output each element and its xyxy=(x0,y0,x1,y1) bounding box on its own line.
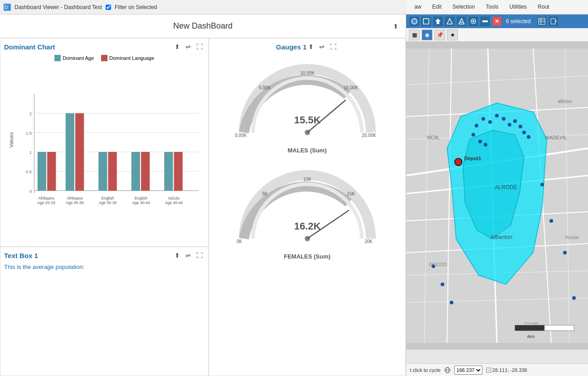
bar-age-1 xyxy=(38,152,46,190)
map-bottom-bar: t click to cycle 166 237 28.111; -26.336 xyxy=(406,363,588,376)
globe-icon xyxy=(444,367,451,373)
svg-text:15K: 15K xyxy=(347,191,355,196)
google-watermark: ©Google xyxy=(524,321,539,325)
map-select-icon-1[interactable] xyxy=(410,17,419,26)
dominant-chart-export-button[interactable]: ⬆ xyxy=(173,42,182,51)
map-tab-rout[interactable]: Rout xyxy=(533,2,554,13)
app-title: Dashboard Viewer - Dashboard Test xyxy=(15,4,102,10)
map-tab-edit[interactable]: Edit xyxy=(428,2,446,13)
data-point xyxy=(475,124,478,127)
svg-text:1: 1 xyxy=(29,150,32,155)
legend-label-age: Dominant Age xyxy=(63,55,94,61)
svg-text:5K: 5K xyxy=(262,191,267,196)
dashboard-title: New DashBoard xyxy=(173,21,233,31)
area-label-indood: INDOOD xyxy=(429,262,447,267)
svg-text:0: 0 xyxy=(29,189,32,194)
svg-text:20.00K: 20.00K xyxy=(362,133,376,138)
dashboard-export-button[interactable]: ⬆ xyxy=(391,22,400,31)
svg-text:16.2K: 16.2K xyxy=(294,220,321,232)
gauges-header: Gauges 1 ⬆ ⇌ ⛶ xyxy=(276,42,339,51)
dominant-chart-filter-button[interactable]: ⇌ xyxy=(184,42,193,51)
svg-text:Age 40-44: Age 40-44 xyxy=(132,200,150,205)
data-point xyxy=(471,133,475,137)
gauges-title: Gauges 1 xyxy=(276,43,307,51)
text-box-export-button[interactable]: ⬆ xyxy=(173,251,182,260)
data-point xyxy=(441,283,444,286)
svg-marker-44 xyxy=(459,19,464,24)
map-select-icon-2[interactable] xyxy=(422,17,431,26)
data-point xyxy=(540,183,544,186)
gauges-export-button[interactable]: ⬆ xyxy=(306,42,316,51)
map-select-icon-4[interactable] xyxy=(445,17,454,26)
bar-lang-4 xyxy=(141,152,150,190)
legend-item-language: Dominant Language xyxy=(101,55,154,61)
map-panel-grid-icon[interactable]: ▦ xyxy=(409,29,420,40)
area-label-alrode: ALRODE xyxy=(495,184,517,190)
dashboard-header-actions: ⬆ xyxy=(391,22,400,31)
area-label-mcal: MCAL xyxy=(427,135,440,140)
bar-lang-5 xyxy=(174,152,183,190)
svg-text:Values: Values xyxy=(8,132,14,148)
depot-marker xyxy=(455,158,462,166)
filter-label: Filter on Selected xyxy=(115,4,157,10)
zoom-select[interactable]: 166 237 xyxy=(454,366,482,375)
area-label-wadevil: WADEVIL xyxy=(544,135,567,140)
data-point xyxy=(572,296,576,300)
data-point xyxy=(563,251,567,254)
map-panel-layers-icon[interactable]: ◉ xyxy=(422,29,432,40)
selection-count: 6 selected xyxy=(506,18,531,24)
text-box-expand-button[interactable]: ⛶ xyxy=(194,251,204,260)
svg-text:Afrikaans: Afrikaans xyxy=(38,196,54,200)
text-box-filter-button[interactable]: ⇌ xyxy=(184,251,193,260)
gauges-expand-button[interactable]: ⛶ xyxy=(328,42,338,51)
gauge-males-container: 0.00K 5.00K 10.00K 15.00K 20.00K 15.5K xyxy=(226,62,389,154)
bar-chart-svg: Values 0 0.5 1 1.5 2 xyxy=(4,65,204,210)
text-box-header: Text Box 1 ⬆ ⇌ ⛶ xyxy=(4,251,204,260)
map-panel-pin-icon[interactable]: 📌 xyxy=(434,29,445,40)
map-table-icon[interactable] xyxy=(537,17,546,26)
svg-text:D: D xyxy=(5,5,8,10)
map-select-icon-5[interactable] xyxy=(457,17,466,26)
data-point xyxy=(527,135,530,139)
map-export-table-icon[interactable] xyxy=(549,17,558,26)
gauges-filter-button[interactable]: ⇌ xyxy=(317,42,326,51)
svg-text:5.00K: 5.00K xyxy=(258,85,270,90)
chart-legend: Dominant Age Dominant Language xyxy=(4,55,204,61)
map-tab-selection[interactable]: Selection xyxy=(448,2,479,13)
svg-text:Age 35-39: Age 35-39 xyxy=(66,200,84,205)
svg-text:0K: 0K xyxy=(237,239,243,244)
depot-label: Depot1 xyxy=(464,156,481,161)
svg-rect-49 xyxy=(539,18,545,24)
svg-rect-48 xyxy=(482,20,488,22)
scale-bar-fill xyxy=(515,325,544,331)
data-point xyxy=(508,123,511,127)
map-tab-draw[interactable]: aw xyxy=(410,2,426,13)
svg-text:English: English xyxy=(101,196,114,200)
map-content[interactable]: Depot1 ALRODE Alberton WADEVIL MCAL alli… xyxy=(406,42,588,350)
filter-checkbox[interactable] xyxy=(106,5,111,10)
dominant-chart-actions: ⬆ ⇌ ⛶ xyxy=(173,42,204,51)
data-point xyxy=(549,219,553,223)
text-box-panel: Text Box 1 ⬆ ⇌ ⛶ This is the average pop… xyxy=(0,247,209,376)
gauge-females-label: FEMALES (Sum) xyxy=(226,253,389,260)
map-select-icon-7[interactable] xyxy=(481,17,490,26)
map-clear-selection-button[interactable]: ✕ xyxy=(492,17,501,26)
data-point xyxy=(495,114,499,117)
legend-color-language xyxy=(101,55,107,61)
legend-label-language: Dominant Language xyxy=(109,55,154,61)
map-select-icon-3[interactable] xyxy=(433,17,442,26)
gauge-females-svg: 0K 5K 10K 15K 20K 16.2K xyxy=(230,168,384,250)
gauge-males-svg: 0.00K 5.00K 10.00K 15.00K 20.00K 15.5K xyxy=(230,62,384,144)
svg-text:2: 2 xyxy=(29,111,32,116)
bar-lang-2 xyxy=(75,113,84,191)
legend-color-age xyxy=(54,55,61,61)
map-tab-utilities[interactable]: Utilities xyxy=(505,2,531,13)
legend-item-age: Dominant Age xyxy=(54,55,94,61)
data-point xyxy=(522,131,526,134)
scale-label: 4km xyxy=(527,334,535,339)
map-tab-tools[interactable]: Tools xyxy=(481,2,503,13)
map-panel-star-icon[interactable]: ★ xyxy=(447,29,458,40)
dominant-chart-expand-button[interactable]: ⛶ xyxy=(194,42,204,51)
map-select-icon-6[interactable] xyxy=(469,17,478,26)
svg-text:0.5: 0.5 xyxy=(26,169,32,174)
